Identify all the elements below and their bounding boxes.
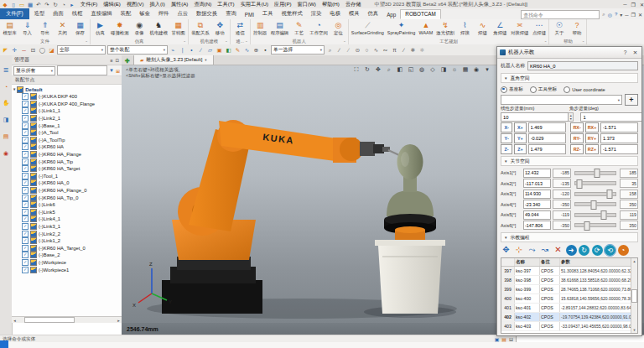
- doc-restore-button[interactable]: ❐: [631, 12, 636, 18]
- refresh-icon[interactable]: ↻: [52, 1, 59, 8]
- linear-step-spinner[interactable]: ▲▼: [569, 112, 574, 122]
- tree-item[interactable]: ✓(-)Workpiece: [13, 259, 122, 267]
- jog-rot-minus-button[interactable]: RY-: [570, 133, 584, 143]
- front-view-icon[interactable]: ◧: [396, 66, 404, 73]
- iso-view-icon[interactable]: ◱: [407, 66, 415, 73]
- checkbox-icon[interactable]: ✓: [22, 173, 29, 179]
- ribbon-button[interactable]: ✸碰撞检测: [109, 20, 131, 36]
- ribbon-button[interactable]: ◎定位: [330, 20, 347, 36]
- snap-spline-icon[interactable]: ∾: [382, 47, 389, 54]
- jog-rot-minus-button[interactable]: RX-: [570, 122, 584, 132]
- panel-help-button[interactable]: ?: [621, 49, 629, 55]
- history-icon[interactable]: ◔: [60, 1, 67, 8]
- minimize-button[interactable]: ─: [623, 2, 626, 8]
- ribbon-tab[interactable]: 工具: [258, 9, 278, 19]
- jog-plus-button[interactable]: Y+: [514, 133, 526, 143]
- ribbon-button[interactable]: ☉关于: [550, 20, 568, 36]
- expand-all-icon[interactable]: ⊞: [116, 68, 120, 74]
- fit-view-icon[interactable]: ⛶: [352, 66, 361, 73]
- tree-item[interactable]: ✓(-)Link3_1: [13, 223, 122, 231]
- axis-value-input[interactable]: [523, 221, 551, 230]
- menu-item[interactable]: 插入(I): [150, 0, 165, 8]
- axis-slider-thumb[interactable]: [606, 190, 612, 199]
- checkbox-icon[interactable]: ✓: [22, 209, 29, 216]
- ribbon-button[interactable]: ≍对接焊缝: [509, 20, 531, 36]
- ribbon-button[interactable]: ⋯点焊缝: [530, 20, 548, 36]
- ribbon-tab[interactable]: 点云: [173, 9, 192, 19]
- pick-box-icon[interactable]: ⊡: [29, 47, 37, 54]
- group-dialog-launcher-icon[interactable]: ⌄: [183, 38, 186, 44]
- filter-type-select[interactable]: 全部▾: [57, 45, 106, 55]
- filter-icon[interactable]: ▼: [109, 68, 114, 73]
- snap-mid-icon[interactable]: ∕: [345, 47, 352, 53]
- table-row[interactable]: 403ksc-403CPOS-33.09437,140.45655,620.00…: [501, 322, 631, 331]
- checkbox-icon[interactable]: ✓: [22, 195, 29, 201]
- redo-icon[interactable]: ↷: [44, 1, 50, 8]
- radio-option[interactable]: User coordinate: [564, 86, 605, 93]
- axis-slider[interactable]: [574, 181, 616, 185]
- ribbon-button[interactable]: ⇓导入: [18, 20, 36, 36]
- new-document-tab-button[interactable]: ✚: [122, 58, 133, 65]
- table-row[interactable]: 401ksc-401CPOS-2.89157,144.28832,620.000…: [501, 304, 631, 313]
- group-dialog-launcher-icon[interactable]: ⌄: [343, 38, 346, 44]
- positioner-pedestal[interactable]: [375, 214, 445, 314]
- axis-slider-thumb[interactable]: [594, 169, 600, 178]
- datum-icon[interactable]: ⊕: [252, 47, 260, 54]
- tree-item[interactable]: ✓(-)Tool_1: [13, 173, 122, 180]
- history-tab-icon[interactable]: ◔: [4, 84, 8, 90]
- ribbon-button[interactable]: ▦甘特图: [169, 20, 187, 36]
- robot-arm[interactable]: KUKA: [172, 120, 363, 260]
- target-point-icon[interactable]: ⊹: [514, 245, 525, 256]
- open-file-icon[interactable]: ▭: [18, 1, 25, 8]
- table-row[interactable]: 397ksc-397CPOS51.30083,128.84054,620.000…: [501, 267, 631, 276]
- bust-workpiece[interactable]: [387, 144, 434, 216]
- doc-close-button[interactable]: ✕: [638, 12, 642, 18]
- jog-value-input[interactable]: [528, 133, 566, 143]
- radio-button[interactable]: [530, 86, 537, 93]
- new-file-icon[interactable]: ▯: [10, 1, 17, 8]
- tree-item[interactable]: ✓(-)Base_1: [13, 122, 122, 129]
- tree-item[interactable]: ✓(-)A_ToolTip: [13, 137, 122, 144]
- sketch-icon[interactable]: ✎: [234, 47, 242, 54]
- dropdown-icon[interactable]: ▾: [620, 12, 622, 18]
- checkbox-icon[interactable]: ✓: [22, 93, 29, 100]
- jog-rot-minus-button[interactable]: RZ-: [570, 144, 584, 154]
- ribbon-button[interactable]: ▲WAAM: [417, 20, 434, 36]
- section-icon[interactable]: ◨: [439, 66, 448, 73]
- tree-item[interactable]: ✓(-)KR60 HA_Flange_0: [13, 187, 122, 195]
- move-point-icon[interactable]: ✥: [501, 245, 512, 256]
- snap-line-icon[interactable]: ∕: [335, 47, 343, 53]
- ribbon-button[interactable]: ▶仿真: [91, 20, 109, 36]
- axis-slider[interactable]: [574, 171, 616, 175]
- horizontal-scrollbar[interactable]: ◂▸: [12, 316, 122, 323]
- component-icon[interactable]: ◧: [225, 47, 232, 54]
- coordinate-select[interactable]: ▾: [501, 95, 622, 105]
- ribbon-tab[interactable]: 视觉样式: [278, 9, 307, 19]
- table-scrollbar[interactable]: ▲▼: [631, 258, 637, 333]
- tree-item[interactable]: ✓(-)KUKA DKP 400: [13, 93, 122, 101]
- robot-base[interactable]: [162, 257, 262, 314]
- checkbox-icon[interactable]: ✓: [22, 107, 29, 114]
- menu-item[interactable]: 工具(T): [217, 0, 234, 8]
- ribbon-tab[interactable]: 直接编辑: [86, 9, 116, 19]
- checkbox-icon[interactable]: ✓: [22, 101, 29, 107]
- checkbox-icon[interactable]: ✓: [22, 115, 29, 122]
- selection-mode-select[interactable]: 单一选择▾: [271, 45, 325, 55]
- table-header-cell[interactable]: 备注: [540, 258, 560, 266]
- vision-tab-icon[interactable]: ▤: [3, 133, 9, 140]
- section-joint-space[interactable]: ▼关节空间: [501, 156, 638, 166]
- checkbox-icon[interactable]: ✓: [22, 267, 29, 273]
- rotate-view-icon[interactable]: ↻: [363, 66, 371, 73]
- ribbon-tab[interactable]: App: [382, 11, 400, 19]
- ribbon-button[interactable]: ✥移动: [211, 20, 229, 36]
- ribbon-button[interactable]: ▥控制器: [252, 20, 269, 36]
- help-menu-icon[interactable]: ?: [615, 12, 617, 18]
- view-tab-icon[interactable]: ◨: [3, 117, 9, 123]
- menu-item[interactable]: 编辑(E): [103, 0, 121, 8]
- checkbox-icon[interactable]: ✓: [22, 231, 29, 237]
- tree-item[interactable]: ✓(-)A_Tool: [13, 129, 122, 137]
- jog-rot-plus-button[interactable]: RY+: [585, 133, 599, 143]
- reuse-library-tab-icon[interactable]: ✋: [3, 100, 10, 106]
- radio-option[interactable]: 基座标: [501, 86, 523, 93]
- rotate-ccw-icon[interactable]: ⟲: [605, 245, 615, 256]
